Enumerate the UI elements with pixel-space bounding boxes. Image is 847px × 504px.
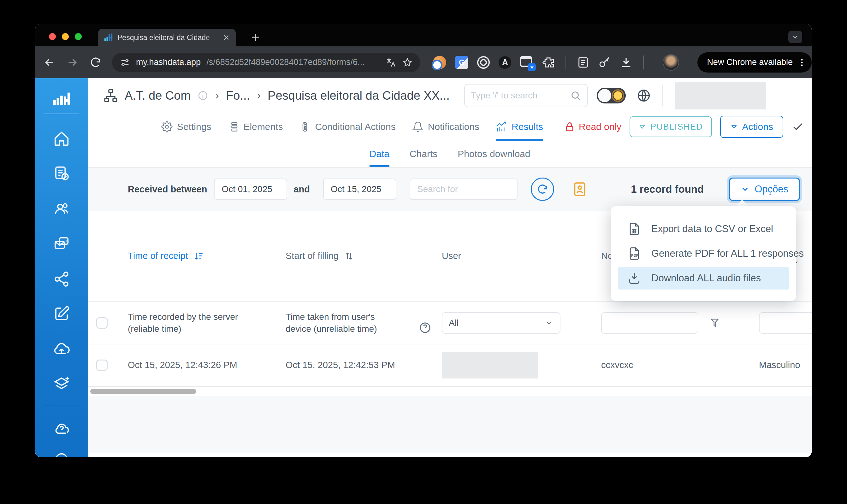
forward-button[interactable]: [66, 56, 78, 69]
tab-label: Results: [512, 122, 543, 132]
menu-item-generate-pdf[interactable]: PDF Generate PDF for ALL 1 responses: [618, 242, 789, 265]
cell-time-of-receipt: Oct 15, 2025, 12:43:26 PM: [128, 360, 286, 370]
subtab-label: Charts: [410, 148, 437, 159]
global-search-input[interactable]: [471, 91, 566, 101]
help-circle-icon[interactable]: [419, 321, 431, 334]
minimize-window-button[interactable]: [62, 33, 69, 40]
password-key-icon[interactable]: [598, 56, 611, 69]
bookmark-star-icon[interactable]: [402, 57, 413, 68]
url-bar[interactable]: my.hashdata.app/s/6852d52f489e00284017ed…: [112, 53, 420, 72]
sidebar-item-home-icon[interactable]: [53, 130, 70, 147]
translate-icon[interactable]: [386, 57, 396, 68]
menu-kebab-icon[interactable]: [797, 58, 807, 67]
breadcrumb-separator: ›: [215, 89, 219, 102]
subtab-label: Data: [370, 148, 389, 159]
new-tab-button[interactable]: [250, 31, 262, 43]
chrome-update-button[interactable]: New Chrome available: [698, 52, 812, 73]
horizontal-scroll-track: [88, 386, 812, 396]
sidebar-item-users-icon[interactable]: [53, 200, 70, 217]
breadcrumb-form-title[interactable]: Pesquisa eleitoral da Cidade XX...: [268, 89, 450, 103]
url-path: /s/6852d52f489e00284017ed89/forms/6...: [206, 57, 380, 67]
pdf-icon: PDF: [628, 247, 641, 260]
lock-icon: [564, 122, 575, 132]
filter-bar: Received between and 1 record found Opçõ…: [88, 168, 812, 211]
tab-results[interactable]: Results: [496, 113, 543, 141]
tab-notifications[interactable]: Notifications: [412, 113, 479, 141]
list-extension-icon[interactable]: [577, 56, 589, 69]
menu-item-download-audio[interactable]: Download ALL audio files: [618, 267, 789, 290]
tab-close-icon[interactable]: [222, 33, 230, 42]
actions-button[interactable]: Actions: [720, 116, 783, 138]
contact-card-icon[interactable]: [572, 180, 587, 198]
results-chart-icon: [496, 121, 507, 132]
column-user[interactable]: User: [442, 251, 601, 261]
downloads-icon[interactable]: [620, 56, 632, 69]
subtab-charts[interactable]: Charts: [410, 141, 437, 167]
table-row[interactable]: Oct 15, 2025, 12:43:26 PM Oct 15, 2025, …: [88, 344, 812, 386]
tab-elements[interactable]: Elements: [228, 113, 283, 141]
google-translate-extension-icon[interactable]: G: [455, 56, 468, 69]
sidebar-item-layers-add-icon[interactable]: [53, 375, 70, 392]
reload-button[interactable]: [89, 56, 102, 69]
breadcrumb-org[interactable]: A.T. de Com: [125, 89, 191, 103]
sidebar-item-help-cloud-icon[interactable]: [53, 420, 70, 437]
menu-item-export-csv[interactable]: Export data to CSV or Excel: [618, 218, 789, 240]
received-between-label: Received between: [128, 184, 207, 195]
search-icon[interactable]: [570, 90, 581, 101]
column-time-of-receipt[interactable]: Time of receipt: [128, 251, 286, 262]
traffic-lights: [49, 33, 82, 40]
redacted-account-block: [675, 82, 766, 109]
window-star-extension-icon[interactable]: ★: [520, 56, 533, 69]
maximize-window-button[interactable]: [75, 33, 82, 40]
theme-toggle[interactable]: [597, 88, 626, 104]
sort-both-icon[interactable]: [344, 251, 354, 262]
sort-desc-icon[interactable]: [193, 251, 204, 262]
target-extension-icon[interactable]: [477, 56, 490, 69]
row-checkbox[interactable]: [96, 360, 108, 371]
sidebar-item-clipped-icon[interactable]: [53, 451, 70, 457]
table-subheader-row: Time recorded by the server (reliable ti…: [88, 301, 812, 344]
sidebar-item-share-icon[interactable]: [53, 271, 70, 288]
fox-extension-icon[interactable]: [433, 56, 446, 69]
options-button[interactable]: Opções: [729, 178, 800, 201]
filter-funnel-icon[interactable]: [709, 317, 721, 329]
menu-item-label: Download ALL audio files: [651, 272, 761, 284]
info-icon[interactable]: [197, 90, 208, 101]
subtab-photos-download[interactable]: Photos download: [458, 141, 530, 167]
divider: [643, 55, 644, 69]
sidebar-item-cloud-upload-icon[interactable]: [53, 340, 70, 357]
extensions-area: G A ★ New Chrome available: [433, 52, 812, 73]
date-from-input[interactable]: [214, 179, 287, 200]
global-search: [464, 84, 588, 107]
puzzle-extensions-icon[interactable]: [542, 56, 555, 69]
check-icon[interactable]: [792, 121, 804, 133]
browser-tab[interactable]: Pesquisa eleitoral da Cidade: [98, 29, 236, 47]
user-filter-select[interactable]: All: [442, 312, 561, 334]
column-filter-input[interactable]: [601, 312, 699, 334]
sidebar-item-messages-icon[interactable]: [53, 235, 70, 252]
subtab-data[interactable]: Data: [370, 141, 389, 167]
column-label: User: [442, 251, 461, 261]
column-filter-input[interactable]: [759, 312, 812, 334]
horizontal-scrollbar[interactable]: [90, 389, 196, 394]
column-start-of-filling[interactable]: Start of filling: [286, 251, 442, 262]
sidebar-item-edit-icon[interactable]: [53, 305, 70, 322]
search-for-input[interactable]: [410, 179, 517, 200]
tab-settings[interactable]: Settings: [161, 113, 211, 141]
refresh-button[interactable]: [531, 178, 554, 201]
back-button[interactable]: [43, 56, 56, 69]
org-chart-icon: [103, 88, 118, 103]
close-window-button[interactable]: [49, 33, 56, 40]
language-globe-icon[interactable]: [636, 88, 651, 103]
a-extension-icon[interactable]: A: [499, 56, 511, 69]
date-to-input[interactable]: [323, 179, 396, 200]
cell-start-of-filling: Oct 15, 2025, 12:42:53 PM: [286, 360, 442, 370]
tab-conditional-actions[interactable]: Conditional Actions: [299, 113, 395, 141]
sidebar-item-forms-icon[interactable]: [53, 165, 70, 182]
site-settings-icon[interactable]: [120, 57, 130, 68]
breadcrumb-folder[interactable]: Fo...: [226, 89, 250, 103]
select-all-checkbox[interactable]: [96, 317, 108, 329]
tab-search-button[interactable]: [788, 31, 802, 43]
profile-avatar[interactable]: [663, 54, 679, 71]
published-button[interactable]: PUBLISHED: [630, 116, 712, 137]
